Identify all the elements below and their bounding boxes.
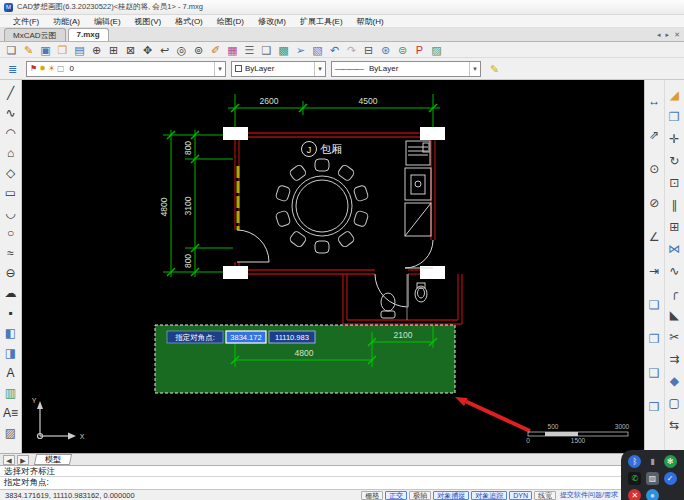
hatch-icon[interactable]: ▨ <box>2 422 20 442</box>
print-icon[interactable]: ⊟ <box>360 42 377 57</box>
sketch-icon[interactable]: ✎ <box>20 42 37 57</box>
web-icon[interactable]: ⊛ <box>377 42 394 57</box>
mtext-icon[interactable]: A≡ <box>2 402 20 422</box>
offset-icon[interactable]: ∥ <box>665 193 683 215</box>
rotate-icon[interactable]: ↻ <box>665 149 683 171</box>
undo-icon[interactable]: ↶ <box>326 42 343 57</box>
image-insert-icon[interactable]: ▨ <box>428 42 445 57</box>
extend-icon[interactable]: ⇉ <box>665 347 683 369</box>
menu-help[interactable]: 帮助(H) <box>350 16 391 27</box>
tab-scroll-right-icon[interactable]: ▸ <box>666 31 670 39</box>
linetype-list-icon[interactable]: ☰ <box>241 42 258 57</box>
dim-angular-icon[interactable]: ∠ <box>645 219 663 253</box>
menu-format[interactable]: 格式(O) <box>168 16 210 27</box>
tray-sync-icon[interactable]: ✻ <box>664 455 677 468</box>
save-icon[interactable]: ▣ <box>37 42 54 57</box>
linetype-select[interactable]: ———— ByLayer ▾ <box>331 61 481 77</box>
explode-icon[interactable]: ◆ <box>665 369 683 391</box>
erase-icon[interactable]: ◢ <box>665 83 683 105</box>
tray-device-icon[interactable]: ▮ <box>646 455 659 468</box>
copy-icon[interactable]: ❐ <box>665 105 683 127</box>
drawing-canvas[interactable]: 2600 4500 <box>22 80 644 453</box>
toggle-otrack[interactable]: 对象追踪 <box>471 491 507 500</box>
mirror-icon[interactable]: ⋈ <box>665 237 683 259</box>
spline-icon[interactable]: ≈ <box>2 242 20 262</box>
match-palette-icon[interactable]: ▧ <box>309 42 326 57</box>
dim-aligned-icon[interactable]: ⇗ <box>645 117 663 151</box>
revision-cloud-icon[interactable]: ☁ <box>2 282 20 302</box>
arc-icon[interactable]: ◠ <box>2 122 20 142</box>
draworder-front-icon[interactable]: ❏ <box>645 287 663 321</box>
layer-select[interactable]: ⚑✹☀▢ 0 ▾ <box>26 61 226 77</box>
zoom-extents-icon[interactable]: ⊠ <box>122 42 139 57</box>
dim-radius-icon[interactable]: ⊙ <box>645 151 663 185</box>
ellipse-icon[interactable]: ⊖ <box>2 262 20 282</box>
toggle-lineweight[interactable]: 线宽 <box>534 491 556 500</box>
arc-3point-icon[interactable]: ◡ <box>2 202 20 222</box>
menu-function[interactable]: 功能(A) <box>46 16 87 27</box>
toggle-grid[interactable]: 栅格 <box>361 491 383 500</box>
dim-diameter-icon[interactable]: ⊘ <box>645 185 663 219</box>
toggle-dyn[interactable]: DYN <box>509 491 532 500</box>
align-icon[interactable]: ⇆ <box>665 413 683 435</box>
fillet-icon[interactable]: ╭ <box>665 281 683 303</box>
menu-extended-tools[interactable]: 扩展工具(E) <box>293 16 350 27</box>
polyline-icon[interactable]: ∿ <box>2 102 20 122</box>
pdf-export-icon[interactable]: P <box>411 42 428 57</box>
polygon-icon[interactable]: ⌂ <box>2 142 20 162</box>
zoom-object-icon[interactable]: ◎ <box>173 42 190 57</box>
menu-edit[interactable]: 编辑(E) <box>87 16 128 27</box>
scale-icon[interactable]: ⊡ <box>665 171 683 193</box>
boundary-icon[interactable]: ▢ <box>665 391 683 413</box>
block-insert-icon[interactable]: ◨ <box>2 342 20 362</box>
menu-draw[interactable]: 绘图(D) <box>210 16 251 27</box>
tab-close-icon[interactable]: ✕ <box>674 31 680 39</box>
tab-model[interactable]: 模型 <box>34 454 72 465</box>
toggle-osnap[interactable]: 对象捕捉 <box>433 491 469 500</box>
toggle-polar[interactable]: 极轴 <box>409 491 431 500</box>
draworder-below-icon[interactable]: ❒ <box>645 389 663 423</box>
tab-scroll-left-icon[interactable]: ◂ <box>657 31 661 39</box>
layout-scroll-left-icon[interactable]: ◀ <box>3 455 15 465</box>
array-icon[interactable]: ⊞ <box>665 215 683 237</box>
redo-icon[interactable]: ↷ <box>343 42 360 57</box>
dim-continue-icon[interactable]: ⇥ <box>645 253 663 287</box>
tray-security-icon[interactable]: ✓ <box>664 472 677 485</box>
polygon-irregular-icon[interactable]: ◇ <box>2 162 20 182</box>
layer-palette-icon[interactable]: ▦ <box>224 42 241 57</box>
draworder-above-icon[interactable]: ❑ <box>645 355 663 389</box>
copy-document-icon[interactable]: ❑ <box>258 42 275 57</box>
menu-view[interactable]: 视图(V) <box>128 16 169 27</box>
menu-modify[interactable]: 修改(M) <box>251 16 293 27</box>
command-prompt[interactable]: 指定对角点: <box>0 477 684 488</box>
match-properties-icon[interactable]: ✎ <box>486 61 503 76</box>
zoom-realtime-icon[interactable]: ⊕ <box>88 42 105 57</box>
tray-alert-icon[interactable]: ✕ <box>628 489 641 500</box>
move-icon[interactable]: ✛ <box>665 127 683 149</box>
find-icon[interactable]: ⊚ <box>190 42 207 57</box>
redline-icon[interactable]: ✐ <box>207 42 224 57</box>
tray-gallery-icon[interactable]: ▨ <box>646 472 659 485</box>
tray-wechat-icon[interactable]: ✆ <box>628 472 641 485</box>
tab-mxcad-cloud[interactable]: MxCAD云图 <box>4 28 66 41</box>
toggle-ortho[interactable]: 正交 <box>385 491 407 500</box>
new-file-icon[interactable]: ❏ <box>3 42 20 57</box>
circle-icon[interactable]: ○ <box>2 222 20 242</box>
zoom-window-icon[interactable]: ⊞ <box>105 42 122 57</box>
color-select[interactable]: ByLayer ▾ <box>231 61 326 77</box>
select-cursor-icon[interactable]: ➢ <box>292 42 309 57</box>
display-order-icon[interactable]: ▩ <box>275 42 292 57</box>
image-icon[interactable]: ▥ <box>2 382 20 402</box>
layers-icon[interactable]: ≣ <box>4 61 21 76</box>
block-create-icon[interactable]: ◧ <box>2 322 20 342</box>
tray-browser-icon[interactable]: ● <box>646 489 659 500</box>
text-icon[interactable]: A <box>2 362 20 382</box>
dim-linear-icon[interactable]: ↔ <box>645 83 663 117</box>
trim-icon[interactable]: ✂ <box>665 325 683 347</box>
menu-file[interactable]: 文件(F) <box>6 16 46 27</box>
save-as-icon[interactable]: ▤ <box>71 42 88 57</box>
rectangle-icon[interactable]: ▭ <box>2 182 20 202</box>
pan-icon[interactable]: ✥ <box>139 42 156 57</box>
tab-drawing-7mxg[interactable]: 7.mxg <box>68 28 109 41</box>
web-publish-icon[interactable]: ⊜ <box>394 42 411 57</box>
